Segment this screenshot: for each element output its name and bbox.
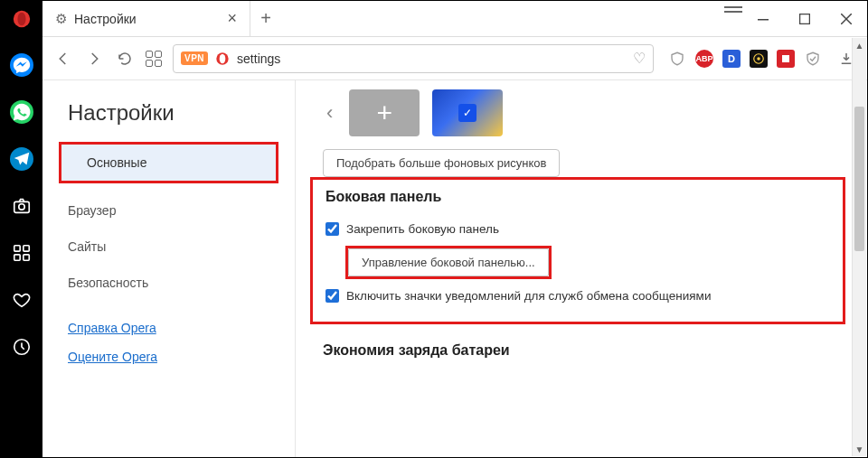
scroll-down-arrow[interactable]: ▼: [853, 442, 866, 456]
sidepanel-heading: Боковая панель: [326, 189, 830, 205]
telegram-icon[interactable]: [10, 147, 33, 171]
settings-pane: ‹ + ✓ Подобрать больше фоновых рисунков …: [296, 80, 867, 457]
close-window-button[interactable]: [826, 1, 867, 36]
bookmark-heart-icon[interactable]: ♡: [633, 50, 646, 67]
nav-item-sites[interactable]: Сайты: [42, 229, 295, 265]
speed-dial-rail-icon[interactable]: [10, 241, 33, 265]
heart-rail-icon[interactable]: [10, 288, 33, 312]
highlight-basic: Основные: [59, 142, 278, 183]
svg-rect-3: [724, 11, 742, 13]
gear-icon: ⚙: [55, 11, 67, 27]
pin-sidepanel-row[interactable]: Закрепить боковую панель: [326, 216, 830, 242]
notif-icons-checkbox[interactable]: [326, 289, 339, 303]
tab-title: Настройки: [74, 12, 216, 26]
svg-rect-12: [14, 255, 20, 260]
address-input[interactable]: [237, 51, 626, 66]
minimize-button[interactable]: [742, 1, 784, 36]
pin-sidepanel-checkbox[interactable]: [326, 222, 339, 236]
settings-heading: Настройки: [42, 100, 295, 142]
scroll-up-arrow[interactable]: ▲: [853, 38, 866, 52]
svg-rect-10: [14, 246, 20, 251]
check-icon: ✓: [458, 104, 476, 122]
extension-check-shield-icon[interactable]: [804, 50, 822, 68]
snapshot-icon[interactable]: [10, 194, 33, 218]
vertical-scrollbar[interactable]: ▲ ▼: [852, 38, 866, 456]
back-button[interactable]: [53, 49, 73, 69]
reload-button[interactable]: [115, 49, 135, 69]
svg-point-18: [757, 57, 760, 61]
extension-red-icon[interactable]: [777, 50, 795, 68]
highlight-manage-sidepanel: Управление боковой панелью...: [345, 246, 552, 279]
svg-rect-19: [782, 55, 789, 62]
nav-item-browser[interactable]: Браузер: [42, 192, 295, 229]
maximize-button[interactable]: [784, 1, 826, 36]
highlight-sidepanel-section: Боковая панель Закрепить боковую панель …: [310, 177, 845, 324]
svg-point-9: [19, 204, 24, 210]
svg-rect-11: [24, 246, 29, 251]
new-tab-button[interactable]: +: [250, 8, 281, 29]
messenger-icon[interactable]: [10, 53, 33, 77]
settings-nav: Настройки Основные Браузер Сайты Безопас…: [42, 80, 296, 457]
svg-rect-4: [758, 19, 769, 21]
wallpaper-row: ‹ + ✓: [323, 89, 845, 136]
notif-icons-row[interactable]: Включить значки уведомлений для служб об…: [326, 283, 830, 309]
vpn-badge[interactable]: VPN: [181, 51, 208, 65]
whatsapp-icon[interactable]: [10, 100, 33, 124]
svg-rect-13: [24, 255, 29, 260]
speed-dial-button[interactable]: [146, 51, 162, 67]
close-tab-icon[interactable]: ×: [223, 9, 241, 28]
nav-item-security[interactable]: Безопасность: [42, 265, 295, 301]
wallpaper-add-tile[interactable]: +: [349, 89, 420, 136]
nav-item-basic[interactable]: Основные: [61, 145, 276, 181]
nav-item-help[interactable]: Справка Opera: [42, 313, 295, 342]
forward-button[interactable]: [84, 49, 104, 69]
extension-abp-icon[interactable]: ABP: [695, 50, 713, 68]
side-rail: [1, 37, 42, 457]
address-input-container[interactable]: VPN ♡: [173, 44, 654, 73]
svg-rect-2: [724, 6, 742, 8]
notif-icons-label: Включить значки уведомлений для служб об…: [346, 289, 711, 303]
manage-sidepanel-button[interactable]: Управление боковой панелью...: [348, 248, 549, 276]
wallpaper-selected-tile[interactable]: ✓: [432, 89, 503, 136]
titlebar: ⚙ Настройки × +: [1, 1, 867, 37]
nav-item-rate[interactable]: Оцените Opera: [42, 342, 295, 371]
svg-point-1: [17, 12, 25, 25]
active-tab[interactable]: ⚙ Настройки ×: [42, 1, 250, 36]
scroll-thumb[interactable]: [854, 107, 864, 251]
svg-rect-5: [800, 14, 810, 23]
extension-dark-icon[interactable]: [750, 50, 768, 68]
tab-menu-icon[interactable]: [724, 1, 742, 19]
address-bar: VPN ♡ ABP D: [42, 37, 867, 80]
extension-shield-icon[interactable]: [668, 50, 686, 68]
more-wallpapers-button[interactable]: Подобрать больше фоновых рисунков: [323, 149, 560, 177]
clock-rail-icon[interactable]: [10, 335, 33, 359]
wallpaper-prev-button[interactable]: ‹: [323, 101, 336, 125]
scroll-track[interactable]: [853, 52, 866, 442]
opera-logo[interactable]: [1, 1, 42, 37]
extension-d-icon[interactable]: D: [722, 50, 741, 68]
battery-heading: Экономия заряда батареи: [323, 342, 845, 359]
pin-sidepanel-label: Закрепить боковую панель: [346, 222, 499, 236]
opera-o-icon: [215, 51, 230, 66]
svg-point-16: [220, 53, 226, 63]
